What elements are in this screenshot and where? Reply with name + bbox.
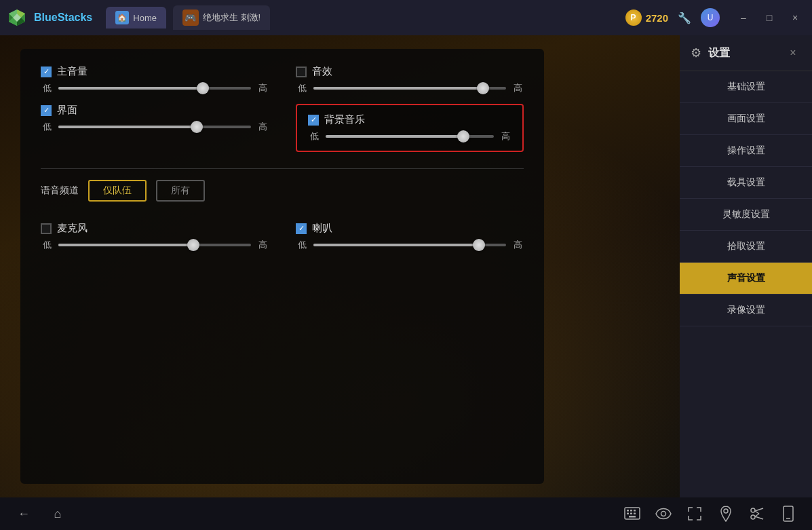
voice-channel-section: 语音频道 仅队伍 所有: [41, 180, 524, 211]
window-controls: – □ ×: [733, 10, 805, 26]
home-tab[interactable]: 🏠 Home: [106, 7, 166, 29]
bg-music-fill: [326, 135, 463, 138]
bg-music-checkbox[interactable]: [308, 115, 319, 126]
bg-music-label: 背景音乐: [324, 113, 365, 126]
speaker-slider-row: 低 高: [296, 239, 524, 251]
sound-effect-track[interactable]: [313, 87, 506, 90]
coin-amount: 2720: [646, 12, 668, 24]
microphone-item: 麦克风 低 高: [41, 222, 269, 251]
microphone-slider-row: 低 高: [41, 239, 269, 251]
microphone-label-row: 麦克风: [41, 222, 269, 235]
sound-effect-label-row: 音效: [296, 65, 524, 78]
master-volume-thumb[interactable]: [197, 82, 209, 94]
master-volume-slider-row: 低 高: [41, 82, 269, 94]
ui-sound-fill: [58, 126, 197, 128]
microphone-track[interactable]: [58, 244, 251, 246]
sound-effect-checkbox[interactable]: [296, 67, 307, 77]
sidebar-title: 设置: [708, 46, 778, 60]
sidebar-item-recording[interactable]: 录像设置: [680, 295, 812, 326]
master-volume-high: 高: [256, 82, 269, 94]
master-volume-label-row: 主音量: [41, 65, 269, 78]
home-button[interactable]: ⌂: [47, 504, 68, 524]
maximize-button[interactable]: □: [759, 10, 779, 26]
voice-channel-label: 语音频道: [41, 185, 79, 197]
location-icon[interactable]: [716, 504, 736, 524]
pin-icon[interactable]: 🔧: [675, 8, 694, 27]
game-tab[interactable]: 🎮 绝地求生 刺激!: [173, 5, 270, 30]
ui-sound-checkbox[interactable]: [41, 105, 52, 116]
voice-label-row: 语音频道 仅队伍 所有: [41, 180, 524, 202]
sidebar-item-sound[interactable]: 声音设置: [680, 263, 812, 295]
ui-sound-track[interactable]: [58, 126, 251, 128]
speaker-track[interactable]: [313, 244, 506, 246]
right-sidebar: ⚙ 设置 × 基础设置 画面设置 操作设置 载具设置 灵敏度设置 拾取设置 声音…: [680, 35, 812, 497]
master-volume-checkbox[interactable]: [41, 67, 52, 77]
bg-music-label-row: 背景音乐: [308, 113, 511, 126]
row-ui-bgmusic: 界面 低 高 背景音乐: [41, 104, 524, 152]
svg-point-17: [724, 509, 728, 513]
svg-line-20: [755, 508, 763, 511]
sidebar-item-display[interactable]: 画面设置: [680, 103, 812, 135]
svg-line-21: [755, 516, 763, 519]
svg-rect-10: [630, 510, 632, 512]
row-volume-sound: 主音量 低 高 音效: [41, 65, 524, 94]
sidebar-item-pickup[interactable]: 拾取设置: [680, 231, 812, 263]
sidebar-item-sensitivity[interactable]: 灵敏度设置: [680, 199, 812, 231]
bottom-toolbar: ← ⌂: [0, 497, 812, 530]
game-tab-icon: 🎮: [182, 10, 199, 26]
bg-music-thumb[interactable]: [457, 130, 469, 143]
master-volume-low: 低: [41, 82, 53, 94]
minimize-button[interactable]: –: [733, 10, 754, 26]
microphone-label: 麦克风: [57, 222, 88, 235]
microphone-checkbox[interactable]: [41, 223, 52, 234]
user-avatar[interactable]: U: [701, 8, 720, 27]
ui-sound-high: 高: [256, 121, 269, 133]
sidebar-item-control[interactable]: 操作设置: [680, 135, 812, 167]
svg-rect-15: [629, 516, 636, 518]
speaker-high: 高: [511, 239, 524, 251]
ui-sound-item: 界面 低 高: [41, 104, 269, 152]
bg-music-slider-row: 低 高: [308, 130, 511, 143]
game-tab-label: 绝地求生 刺激!: [203, 12, 260, 24]
speaker-fill: [313, 244, 479, 246]
sound-effect-label: 音效: [312, 65, 332, 78]
speaker-label: 喇叭: [312, 222, 332, 235]
eye-icon[interactable]: [653, 504, 674, 524]
sidebar-close-button[interactable]: ×: [785, 45, 801, 61]
expand-icon[interactable]: [684, 504, 705, 524]
phone-icon[interactable]: [778, 504, 798, 524]
settings-overlay: 主音量 低 高 音效: [20, 49, 544, 484]
coins-display: P 2720: [625, 10, 668, 26]
back-button[interactable]: ←: [14, 504, 34, 524]
row-mic-speaker: 麦克风 低 高 喇叭: [41, 222, 524, 251]
home-tab-label: Home: [133, 13, 157, 23]
sidebar-item-vehicle[interactable]: 载具设置: [680, 167, 812, 199]
voice-team-button[interactable]: 仅队伍: [88, 180, 147, 202]
brand-name: BlueStacks: [34, 12, 92, 24]
master-volume-label: 主音量: [57, 65, 88, 78]
game-screen: 主音量 低 高 音效: [0, 35, 680, 497]
sound-effect-thumb[interactable]: [477, 82, 489, 94]
svg-point-16: [661, 512, 666, 516]
master-volume-track[interactable]: [58, 87, 251, 90]
voice-all-button[interactable]: 所有: [156, 180, 205, 202]
speaker-low: 低: [296, 239, 308, 251]
microphone-thumb[interactable]: [187, 239, 199, 251]
microphone-high: 高: [256, 239, 269, 251]
scissors-icon[interactable]: [747, 504, 767, 524]
sidebar-item-basic[interactable]: 基础设置: [680, 71, 812, 103]
sidebar-header: ⚙ 设置 ×: [680, 35, 812, 71]
bluestacks-logo: [7, 7, 27, 28]
keyboard-icon[interactable]: [622, 504, 642, 524]
ui-sound-thumb[interactable]: [191, 121, 203, 133]
svg-rect-11: [634, 510, 636, 512]
coin-icon: P: [625, 10, 642, 26]
svg-rect-12: [627, 513, 629, 515]
sound-effect-low: 低: [296, 82, 308, 94]
svg-point-19: [751, 515, 755, 519]
speaker-checkbox[interactable]: [296, 223, 307, 234]
speaker-thumb[interactable]: [473, 239, 485, 251]
close-button[interactable]: ×: [785, 10, 805, 26]
divider-1: [41, 168, 524, 169]
bg-music-track[interactable]: [326, 135, 494, 138]
